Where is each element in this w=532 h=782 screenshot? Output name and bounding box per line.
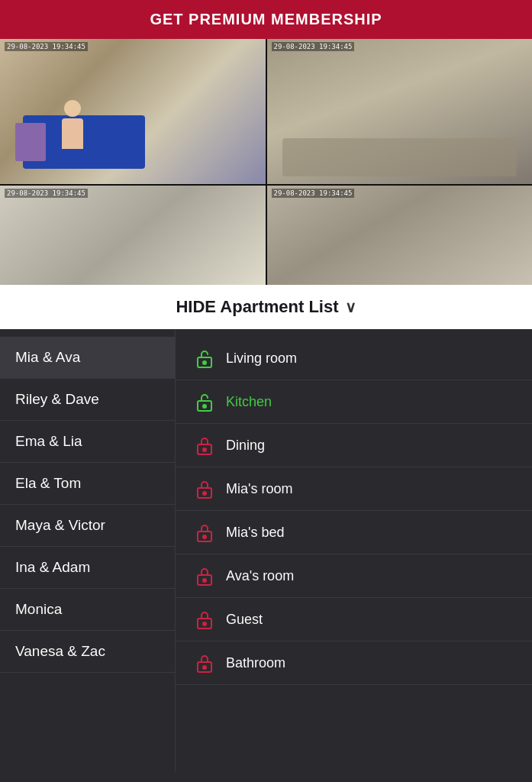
svg-point-3 xyxy=(203,405,206,408)
premium-banner[interactable]: GET PREMIUM MEMBERSHIP xyxy=(0,0,532,39)
unlock-icon xyxy=(194,391,215,412)
svg-point-15 xyxy=(203,666,206,669)
lock-icon xyxy=(194,478,215,499)
room-name: Mia's room xyxy=(226,481,292,497)
room-item-living-room[interactable]: Living room xyxy=(176,337,532,380)
svg-point-13 xyxy=(203,622,206,625)
lock-icon xyxy=(194,435,215,456)
resident-name: Mia & Ava xyxy=(15,349,80,365)
resident-name: Ema & Lia xyxy=(15,433,82,449)
apt-list-label: HIDE Apartment List xyxy=(176,297,338,317)
room-item-mias-bed[interactable]: Mia's bed xyxy=(176,511,532,554)
cam4-timestamp: 29-08-2023 19:34:45 xyxy=(272,189,355,198)
lock-icon xyxy=(194,609,215,630)
resident-item-ema-lia[interactable]: Ema & Lia xyxy=(0,421,175,463)
unlock-icon xyxy=(194,347,215,369)
resident-item-monica[interactable]: Monica xyxy=(0,589,175,631)
room-name: Dining xyxy=(226,438,265,454)
residents-list: Mia & Ava Riley & Dave Ema & Lia Ela & T… xyxy=(0,329,176,772)
rooms-list: Living room Kitchen Dining xyxy=(176,329,532,772)
svg-point-5 xyxy=(203,448,206,451)
cam1-timestamp: 29-08-2023 19:34:45 xyxy=(5,42,88,51)
camera-feed-3[interactable]: 29-08-2023 19:34:45 xyxy=(0,186,266,285)
resident-item-maya-victor[interactable]: Maya & Victor xyxy=(0,505,175,547)
resident-name: Monica xyxy=(15,601,62,617)
resident-item-mia-ava[interactable]: Mia & Ava xyxy=(0,337,175,379)
resident-name: Maya & Victor xyxy=(15,517,105,533)
room-item-avas-room[interactable]: Ava's room xyxy=(176,554,532,598)
room-item-kitchen[interactable]: Kitchen xyxy=(176,380,532,424)
room-item-dining[interactable]: Dining xyxy=(176,424,532,467)
room-name: Kitchen xyxy=(226,394,272,410)
resident-item-ina-adam[interactable]: Ina & Adam xyxy=(0,547,175,589)
resident-item-ela-tom[interactable]: Ela & Tom xyxy=(0,463,175,505)
room-name: Ava's room xyxy=(226,568,294,584)
svg-point-11 xyxy=(203,579,206,582)
premium-label: GET PREMIUM MEMBERSHIP xyxy=(150,11,382,27)
svg-point-1 xyxy=(203,361,206,364)
camera-feed-1[interactable]: 29-08-2023 19:34:45 xyxy=(0,39,266,184)
camera-feed-2[interactable]: 29-08-2023 19:34:45 xyxy=(267,39,533,184)
room-item-guest[interactable]: Guest xyxy=(176,598,532,641)
svg-point-9 xyxy=(203,535,206,538)
lock-icon xyxy=(194,565,215,586)
cam3-timestamp: 29-08-2023 19:34:45 xyxy=(5,189,88,198)
apt-list-toggle[interactable]: HIDE Apartment List ∨ xyxy=(0,285,532,329)
apt-list-panel: Mia & Ava Riley & Dave Ema & Lia Ela & T… xyxy=(0,329,532,772)
room-name: Mia's bed xyxy=(226,525,284,541)
lock-icon xyxy=(194,652,215,674)
room-name: Guest xyxy=(226,612,263,628)
room-name: Bathroom xyxy=(226,655,285,671)
camera-feed-4[interactable]: 29-08-2023 19:34:45 xyxy=(267,186,533,285)
room-name: Living room xyxy=(226,351,297,367)
resident-name: Ina & Adam xyxy=(15,559,90,575)
resident-name: Vanesa & Zac xyxy=(15,643,105,659)
lock-icon xyxy=(194,522,215,543)
room-item-mias-room[interactable]: Mia's room xyxy=(176,467,532,511)
resident-item-riley-dave[interactable]: Riley & Dave xyxy=(0,379,175,421)
cam2-timestamp: 29-08-2023 19:34:45 xyxy=(272,42,355,51)
room-item-bathroom[interactable]: Bathroom xyxy=(176,641,532,685)
camera-grid: 29-08-2023 19:34:45 29-08-2023 19:34:45 … xyxy=(0,39,532,285)
resident-name: Riley & Dave xyxy=(15,391,99,407)
chevron-down-icon: ∨ xyxy=(345,298,356,316)
resident-item-vanesa-zac[interactable]: Vanesa & Zac xyxy=(0,631,175,673)
svg-point-7 xyxy=(203,492,206,495)
resident-name: Ela & Tom xyxy=(15,475,81,491)
